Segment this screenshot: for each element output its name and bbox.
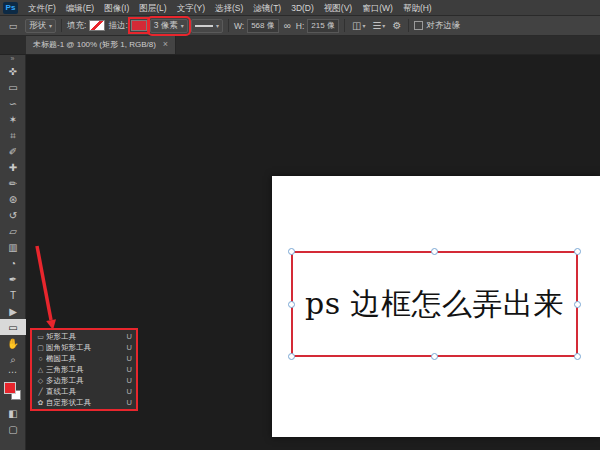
menu-3d[interactable]: 3D(D) xyxy=(286,0,319,16)
eyedropper-tool-icon: ✐ xyxy=(9,146,17,157)
lasso-tool[interactable]: ∽ xyxy=(0,95,26,111)
transform-handle-middle-right[interactable] xyxy=(574,301,581,308)
quick-mask-button[interactable]: ◧ xyxy=(0,405,26,421)
path-operations-icon[interactable]: ◫ ▾ xyxy=(350,20,367,31)
transform-handle-bottom-middle[interactable] xyxy=(431,353,438,360)
width-field[interactable]: 568 像 xyxy=(247,19,279,33)
pen-tool[interactable]: ✒ xyxy=(0,271,26,287)
flyout-item-rounded-rectangle[interactable]: ▢ 圆角矩形工具 U xyxy=(32,342,136,353)
align-edges-label: 对齐边缘 xyxy=(426,20,460,32)
tab-title: 未标题-1 @ 100% (矩形 1, RGB/8) xyxy=(33,39,156,50)
magic-wand-tool[interactable]: ✶ xyxy=(0,111,26,127)
flyout-item-shortcut: U xyxy=(127,354,132,363)
menu-layer[interactable]: 图层(L) xyxy=(134,0,171,16)
flyout-item-label: 三角形工具 xyxy=(46,365,123,375)
transform-handle-top-right[interactable] xyxy=(574,248,581,255)
rectangle-tool[interactable]: ▭ xyxy=(0,319,26,335)
menu-bar: Ps 文件(F) 编辑(E) 图像(I) 图层(L) 文字(Y) 选择(S) 滤… xyxy=(0,0,600,16)
flyout-item-line[interactable]: ╱ 直线工具 U xyxy=(32,386,136,397)
path-selection-tool[interactable]: ▶ xyxy=(0,303,26,319)
healing-brush-tool[interactable]: ✚ xyxy=(0,159,26,175)
flyout-item-triangle[interactable]: △ 三角形工具 U xyxy=(32,364,136,375)
menu-filter[interactable]: 滤镜(T) xyxy=(248,0,286,16)
canvas-text: ps 边框怎么弄出来 xyxy=(305,284,564,325)
hand-tool-icon: ✋ xyxy=(7,338,19,349)
flyout-item-shortcut: U xyxy=(127,398,132,407)
divider xyxy=(61,19,62,32)
stroke-label: 描边: xyxy=(108,20,127,32)
menu-window[interactable]: 窗口(W) xyxy=(357,0,398,16)
type-tool[interactable]: T xyxy=(0,287,26,303)
document-tab-bar: 未标题-1 @ 100% (矩形 1, RGB/8) × xyxy=(0,36,600,55)
screen-mode-button[interactable]: ▢ xyxy=(0,421,26,437)
height-field[interactable]: 215 像 xyxy=(307,19,339,33)
menu-select[interactable]: 选择(S) xyxy=(210,0,248,16)
tool-mode-value: 形状 xyxy=(29,20,46,32)
screen-mode-icon: ▢ xyxy=(8,424,17,435)
edit-toolbar-icon[interactable]: ⋯ xyxy=(0,367,25,379)
height-label: H: xyxy=(296,21,305,31)
close-icon[interactable]: × xyxy=(163,40,168,49)
blur-tool[interactable]: ◔ xyxy=(0,255,26,271)
divider xyxy=(344,19,345,32)
transform-handle-bottom-right[interactable] xyxy=(574,353,581,360)
align-edges-checkbox[interactable] xyxy=(414,21,423,30)
clone-stamp-tool-icon: ⊛ xyxy=(9,194,17,205)
document-canvas[interactable]: ps 边框怎么弄出来 xyxy=(272,176,600,437)
menu-edit[interactable]: 编辑(E) xyxy=(61,0,99,16)
flyout-item-shortcut: U xyxy=(127,343,132,352)
transform-handle-top-middle[interactable] xyxy=(431,248,438,255)
history-brush-tool-icon: ↺ xyxy=(9,210,17,221)
clone-stamp-tool[interactable]: ⊛ xyxy=(0,191,26,207)
transform-handle-top-left[interactable] xyxy=(288,248,295,255)
link-dimensions-icon[interactable]: ∞ xyxy=(282,20,293,31)
tools-panel: » ✜ ▭ ∽ ✶ ⌗ ✐ ✚ ✏ ⊛ ↺ ▱ ▥ ◔ ✒ T ▶ ▭ ✋ ⌕ … xyxy=(0,55,26,450)
chevron-down-icon: ▾ xyxy=(362,22,365,29)
menu-view[interactable]: 视图(V) xyxy=(319,0,357,16)
flyout-item-rectangle[interactable]: ▭ 矩形工具 U xyxy=(32,331,136,342)
quick-mask-icon: ◧ xyxy=(8,408,17,419)
gear-icon[interactable]: ⚙ xyxy=(390,20,403,31)
stroke-style-select[interactable]: ▾ xyxy=(191,19,223,33)
tool-preset-icon[interactable]: ▭ xyxy=(4,19,22,33)
flyout-item-shortcut: U xyxy=(127,332,132,341)
history-brush-tool[interactable]: ↺ xyxy=(0,207,26,223)
eraser-tool[interactable]: ▱ xyxy=(0,223,26,239)
flyout-item-label: 直线工具 xyxy=(46,387,123,397)
type-tool-icon: T xyxy=(10,290,16,301)
menu-image[interactable]: 图像(I) xyxy=(99,0,134,16)
fill-label: 填充: xyxy=(67,20,86,32)
rectangle-tool-icon: ▭ xyxy=(8,322,17,333)
path-alignment-icon[interactable]: ☰ ▾ xyxy=(370,20,387,31)
eraser-tool-icon: ▱ xyxy=(9,226,17,237)
stroke-color-swatch[interactable] xyxy=(131,20,147,31)
divider xyxy=(228,19,229,32)
tool-options-bar: ▭ 形状 ▾ 填充: 描边: 3 像素 ▾ ▾ W: 568 像 ∞ H: 21… xyxy=(0,16,600,36)
flyout-item-custom-shape[interactable]: ✿ 自定形状工具 U xyxy=(32,397,136,408)
eyedropper-tool[interactable]: ✐ xyxy=(0,143,26,159)
shape-rectangle[interactable]: ps 边框怎么弄出来 xyxy=(291,251,578,357)
transform-handle-bottom-left[interactable] xyxy=(288,353,295,360)
foreground-color-swatch[interactable] xyxy=(4,382,16,394)
flyout-item-polygon[interactable]: ◇ 多边形工具 U xyxy=(32,375,136,386)
chevron-down-icon: ▾ xyxy=(49,22,52,29)
menu-type[interactable]: 文字(Y) xyxy=(172,0,210,16)
tool-mode-select[interactable]: 形状 ▾ xyxy=(25,19,56,33)
menu-help[interactable]: 帮助(H) xyxy=(398,0,437,16)
lasso-tool-icon: ∽ xyxy=(9,98,17,109)
menu-file[interactable]: 文件(F) xyxy=(23,0,61,16)
photoshop-window: Ps 文件(F) 编辑(E) 图像(I) 图层(L) 文字(Y) 选择(S) 滤… xyxy=(0,0,600,450)
transform-handle-middle-left[interactable] xyxy=(288,301,295,308)
flyout-item-ellipse[interactable]: ○ 椭圆工具 U xyxy=(32,353,136,364)
document-tab[interactable]: 未标题-1 @ 100% (矩形 1, RGB/8) × xyxy=(26,35,176,54)
move-tool[interactable]: ✜ xyxy=(0,63,26,79)
zoom-tool[interactable]: ⌕ xyxy=(0,351,26,367)
toolbar-collapse-icon[interactable]: » xyxy=(0,55,25,63)
crop-tool[interactable]: ⌗ xyxy=(0,127,26,143)
marquee-tool[interactable]: ▭ xyxy=(0,79,26,95)
hand-tool[interactable]: ✋ xyxy=(0,335,26,351)
brush-tool[interactable]: ✏ xyxy=(0,175,26,191)
fill-color-swatch[interactable] xyxy=(89,20,105,31)
stroke-width-select[interactable]: 3 像素 ▾ xyxy=(150,19,188,33)
gradient-tool[interactable]: ▥ xyxy=(0,239,26,255)
